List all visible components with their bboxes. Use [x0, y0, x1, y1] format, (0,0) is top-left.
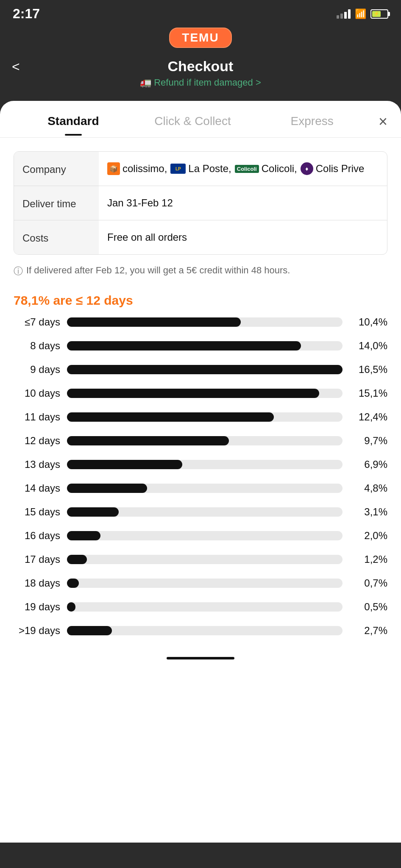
info-icon: ⓘ: [14, 264, 23, 278]
status-time: 2:17: [13, 6, 40, 22]
stats-highlight: 78,1% are ≤ 12 days: [14, 293, 387, 308]
bar-row: 9 days16,5%: [14, 364, 387, 376]
page-title: Checkout: [13, 58, 388, 75]
costs-label: Costs: [14, 220, 99, 254]
company-colicoli: Colicoli Colicoli,: [235, 163, 297, 175]
bar-row: 10 days15,1%: [14, 387, 387, 399]
bar-track: [67, 317, 343, 327]
bar-fill: [67, 436, 229, 445]
bar-pct: 0,5%: [349, 601, 387, 613]
bar-label: 8 days: [14, 340, 60, 352]
deliver-time-label: Deliver time: [14, 186, 99, 220]
bar-track: [67, 484, 343, 493]
tab-click-collect[interactable]: Click & Collect: [133, 114, 253, 136]
laposte-icon: LP: [170, 164, 186, 174]
bar-label: 14 days: [14, 482, 60, 494]
bar-fill: [67, 626, 112, 635]
bar-label: 18 days: [14, 577, 60, 589]
bar-fill: [67, 412, 274, 422]
bar-pct: 3,1%: [349, 506, 387, 518]
bar-fill: [67, 341, 301, 351]
bar-row: ≤7 days10,4%: [14, 316, 387, 328]
info-note: ⓘ If delivered after Feb 12, you will ge…: [14, 263, 387, 278]
temu-logo: TEMU: [169, 28, 231, 48]
bar-row: 13 days6,9%: [14, 459, 387, 470]
wifi-icon: 📶: [355, 8, 366, 19]
bar-track: [67, 579, 343, 588]
company-list: 📦 colissimo, LP La Poste, Colicoli Colic…: [107, 162, 297, 175]
bar-row: 18 days0,7%: [14, 577, 387, 589]
status-icons: 📶 ⚡: [337, 8, 388, 19]
tab-standard[interactable]: Standard: [14, 114, 133, 136]
bar-track: [67, 602, 343, 612]
colicoli-icon: Colicoli: [235, 165, 259, 173]
company-laposte: LP La Poste,: [170, 163, 231, 175]
bar-pct: 14,0%: [349, 340, 387, 352]
close-button[interactable]: ×: [379, 113, 387, 137]
bar-label: 10 days: [14, 387, 60, 399]
bar-fill: [67, 317, 241, 327]
home-bar: [167, 657, 234, 659]
bar-row: 17 days1,2%: [14, 554, 387, 565]
bar-pct: 6,9%: [349, 459, 387, 470]
tabs: Standard Click & Collect Express ×: [0, 101, 401, 138]
bar-pct: 16,5%: [349, 364, 387, 376]
bar-pct: 9,7%: [349, 435, 387, 447]
bar-fill: [67, 389, 319, 398]
colissimo-icon: 📦: [107, 162, 120, 175]
bar-track: [67, 389, 343, 398]
bar-row: 16 days2,0%: [14, 530, 387, 542]
bar-fill: [67, 460, 182, 469]
signal-icon: [337, 9, 351, 19]
bar-pct: 4,8%: [349, 482, 387, 494]
bar-fill: [67, 555, 87, 564]
bar-track: [67, 412, 343, 422]
bar-label: ≤7 days: [14, 316, 60, 328]
battery-icon: ⚡: [370, 9, 388, 19]
bar-fill: [67, 531, 100, 540]
bar-pct: 1,2%: [349, 554, 387, 565]
deliver-time-value: Jan 31-Feb 12: [99, 186, 387, 220]
bar-track: [67, 626, 343, 635]
modal-sheet: Standard Click & Collect Express × Compa…: [0, 101, 401, 843]
bar-row: 8 days14,0%: [14, 340, 387, 352]
bar-fill: [67, 507, 119, 517]
bar-label: 11 days: [14, 411, 60, 423]
tab-express[interactable]: Express: [252, 114, 372, 136]
bar-track: [67, 341, 343, 351]
bar-row: 19 days0,5%: [14, 601, 387, 613]
company-list-2: ♦ Colis Prive: [301, 162, 365, 175]
costs-value: Free on all orders: [99, 220, 387, 254]
table-row: Deliver time Jan 31-Feb 12: [14, 186, 387, 220]
bar-label: 12 days: [14, 435, 60, 447]
back-button[interactable]: <: [12, 59, 20, 75]
colisprive-icon: ♦: [301, 162, 313, 175]
bar-track: [67, 531, 343, 540]
bar-label: 13 days: [14, 459, 60, 470]
bar-row: 15 days3,1%: [14, 506, 387, 518]
bar-label: 9 days: [14, 364, 60, 376]
bar-label: 16 days: [14, 530, 60, 542]
bar-label: >19 days: [14, 625, 60, 637]
refund-subtitle[interactable]: 🚛 Refund if item damaged >: [13, 77, 388, 88]
bar-label: 17 days: [14, 554, 60, 565]
bar-chart: ≤7 days10,4%8 days14,0%9 days16,5%10 day…: [14, 316, 387, 637]
bar-fill: [67, 365, 343, 374]
refund-icon: 🚛: [140, 77, 151, 88]
bar-label: 19 days: [14, 601, 60, 613]
bar-track: [67, 460, 343, 469]
bar-fill: [67, 484, 147, 493]
status-bar: 2:17 📶 ⚡: [0, 0, 401, 26]
company-value: 📦 colissimo, LP La Poste, Colicoli Colic…: [99, 152, 387, 186]
bar-pct: 2,7%: [349, 625, 387, 637]
bar-row: 12 days9,7%: [14, 435, 387, 447]
bar-pct: 15,1%: [349, 387, 387, 399]
bar-row: >19 days2,7%: [14, 625, 387, 637]
table-row: Company 📦 colissimo, LP La Poste,: [14, 152, 387, 186]
home-indicator: [0, 648, 401, 664]
bar-track: [67, 436, 343, 445]
temu-logo-area: TEMU: [0, 26, 401, 51]
bar-pct: 12,4%: [349, 411, 387, 423]
bar-track: [67, 555, 343, 564]
company-label: Company: [14, 152, 99, 186]
